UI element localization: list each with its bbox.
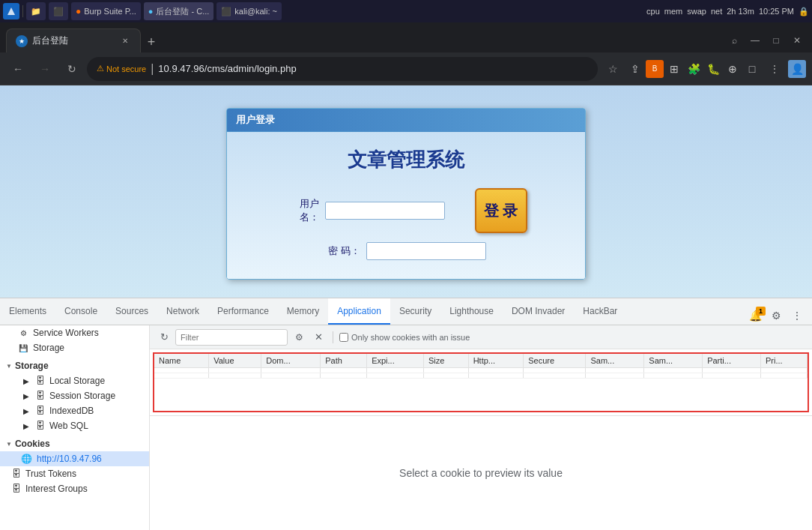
sidebar-item-interest-groups[interactable]: 🗄 Interest Groups <box>0 481 149 496</box>
taskbar-terminal1[interactable]: ⬛ <box>49 2 68 20</box>
new-tab-button[interactable]: + <box>141 31 162 52</box>
devtools-body: ⚙ Service Workers 💾 Storage ▼ Storage ▶ <box>0 325 812 530</box>
kali-icon[interactable] <box>3 3 19 19</box>
tab-minimize-button[interactable]: — <box>746 31 764 49</box>
only-issues-checkbox[interactable] <box>339 333 348 342</box>
cookie-domain-icon: 🌐 <box>21 454 32 464</box>
login-main-title: 文章管理系统 <box>249 147 563 173</box>
devtools-more-button[interactable]: ⋮ <box>788 307 806 325</box>
login-body: 文章管理系统 用户名： 登 录 密 码： <box>227 132 585 279</box>
tab-network[interactable]: Network <box>157 298 208 325</box>
storage-section-header: ▼ Storage <box>0 358 149 373</box>
ext-bug[interactable]: 🐛 <box>704 60 722 78</box>
sidebar-item-indexeddb[interactable]: ▶ 🗄 IndexedDB <box>0 403 149 418</box>
warning-icon: ⚠ <box>97 64 104 73</box>
badge-notifications[interactable]: 🔔 1 <box>746 307 764 325</box>
web-sql-expand-icon: ▶ <box>21 421 31 431</box>
sidebar-item-web-sql[interactable]: ▶ 🗄 Web SQL <box>0 418 149 433</box>
bookmark-button[interactable]: ☆ <box>601 57 625 81</box>
devtools-settings-button[interactable]: ⚙ <box>767 307 785 325</box>
settings-button[interactable]: ⋮ <box>763 57 787 81</box>
tab-application[interactable]: Application <box>328 298 390 325</box>
service-workers-icon: ⚙ <box>18 328 28 338</box>
nav-actions: ☆ ⇪ B ⊞ 🧩 🐛 ⊕ □ ⋮ 👤 <box>601 57 806 81</box>
taskbar-right: cpu mem swap net 2h 13m 10:25 PM 🔒 <box>646 7 809 16</box>
sidebar-item-session-storage[interactable]: ▶ 🗄 Session Storage <box>0 388 149 403</box>
share-button[interactable]: ⇪ <box>626 60 644 78</box>
sidebar-item-cookie-domain[interactable]: 🌐 http://10.9.47.96 <box>0 451 149 466</box>
cookies-expand-icon: ▼ <box>6 441 12 448</box>
ext-box[interactable]: □ <box>743 60 761 78</box>
refresh-cookies-button[interactable]: ↻ <box>156 329 172 346</box>
ext-bookmark-star[interactable]: ⊕ <box>724 60 742 78</box>
filter-options-button[interactable]: ⚙ <box>291 329 307 346</box>
tab-hackbar[interactable]: HackBar <box>574 298 626 325</box>
tab-elements[interactable]: Elements <box>0 298 55 325</box>
tab-maximize-button[interactable]: □ <box>767 31 785 49</box>
ext-orange[interactable]: B <box>646 60 664 78</box>
tab-close-button[interactable]: ✕ <box>119 35 131 47</box>
taskbar-browser[interactable]: ● 后台登陆 - C... <box>144 2 214 20</box>
tab-security[interactable]: Security <box>390 298 440 325</box>
login-button[interactable]: 登 录 <box>475 188 527 233</box>
forward-button[interactable]: → <box>33 57 57 81</box>
browser-window: ★ 后台登陆 ✕ + ⌕ — □ ✕ ← → ↻ ⚠ Not secure | … <box>0 22 812 530</box>
cookies-table: Name Value Dom... Path Expi... Size Http… <box>154 354 808 379</box>
page-content: 用户登录 文章管理系统 用户名： 登 录 <box>0 85 812 298</box>
col-size: Size <box>423 354 468 368</box>
sidebar-item-trust-tokens[interactable]: 🗄 Trust Tokens <box>0 466 149 481</box>
filter-input[interactable] <box>175 329 288 346</box>
tab-performance[interactable]: Performance <box>208 298 278 325</box>
sidebar-item-service-workers[interactable]: ⚙ Service Workers <box>0 325 149 340</box>
storage-expand-icon: ▼ <box>6 363 12 370</box>
cookie-preview-area: Select a cookie to preview its value <box>150 415 812 530</box>
tab-memory[interactable]: Memory <box>278 298 328 325</box>
reload-button[interactable]: ↻ <box>60 57 84 81</box>
col-priority: Pri... <box>761 354 808 368</box>
tab-search-button[interactable]: ⌕ <box>725 31 743 49</box>
col-secure: Secure <box>524 354 586 368</box>
username-input[interactable] <box>325 202 445 220</box>
username-row: 用户名： <box>285 197 445 224</box>
interest-groups-icon: 🗄 <box>12 484 21 494</box>
devtools-tabs: Elements Console Sources Network Perform… <box>0 298 812 325</box>
tab-console[interactable]: Console <box>55 298 106 325</box>
filter-options: Only show cookies with an issue <box>339 333 470 342</box>
col-value: Value <box>209 354 261 368</box>
only-issues-label: Only show cookies with an issue <box>351 333 470 342</box>
tab-controls: ⌕ — □ ✕ <box>725 31 806 52</box>
cookies-section-header[interactable]: ▼ Cookies <box>0 436 149 451</box>
sidebar-item-storage-root[interactable]: 💾 Storage <box>0 340 149 355</box>
tab-dom-invader[interactable]: DOM Invader <box>503 298 574 325</box>
address-bar[interactable]: ⚠ Not secure | 10.9.47.96/cms/admin/logi… <box>87 57 598 81</box>
password-input[interactable] <box>366 242 486 260</box>
tab-lighthouse[interactable]: Lighthouse <box>440 298 503 325</box>
col-partition: Parti... <box>703 354 761 368</box>
ext-stack[interactable]: ⊞ <box>665 60 683 78</box>
sidebar-item-local-storage[interactable]: ▶ 🗄 Local Storage <box>0 373 149 388</box>
tab-close-window-button[interactable]: ✕ <box>788 31 806 49</box>
clear-filter-button[interactable]: ✕ <box>310 329 327 346</box>
taskbar-burp[interactable]: ● Burp Suite P... <box>71 2 141 20</box>
session-storage-db-icon: 🗄 <box>36 391 45 401</box>
taskbar-terminal2[interactable]: ⬛ kali@kali: ~ <box>216 2 282 20</box>
terminal2-label: kali@kali: ~ <box>234 7 277 16</box>
taskbar-file-manager[interactable]: 📁 <box>26 2 46 20</box>
login-title-bar: 用户登录 <box>227 109 585 132</box>
back-button[interactable]: ← <box>6 57 30 81</box>
session-storage-expand-icon: ▶ <box>21 391 31 401</box>
tab-sources[interactable]: Sources <box>106 298 157 325</box>
active-tab[interactable]: ★ 后台登陆 ✕ <box>6 28 141 52</box>
trust-tokens-icon: 🗄 <box>12 469 21 479</box>
table-row[interactable] <box>154 373 808 379</box>
ext-puzzle[interactable]: 🧩 <box>685 60 703 78</box>
burp-label: Burp Suite P... <box>84 7 136 16</box>
cookies-table-body <box>154 368 808 379</box>
col-samesite2: Sam... <box>644 354 703 368</box>
preview-text: Select a cookie to preview its value <box>399 467 563 479</box>
avatar-icon[interactable]: 👤 <box>788 60 806 78</box>
table-row[interactable] <box>154 368 808 373</box>
tab-favicon: ★ <box>16 35 28 47</box>
main-area: 用户登录 文章管理系统 用户名： 登 录 <box>0 85 812 530</box>
local-storage-db-icon: 🗄 <box>36 376 45 386</box>
